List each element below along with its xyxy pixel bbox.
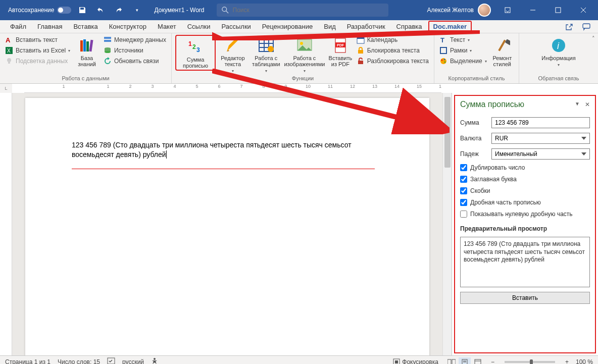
svg-rect-13: [80, 40, 83, 51]
zoom-slider[interactable]: [505, 361, 555, 363]
svg-point-0: [222, 7, 226, 12]
lock-text-button[interactable]: Блокировка текста: [356, 46, 430, 55]
corp-highlight-button[interactable]: Выделение ▾: [438, 57, 488, 66]
annotation-underline: [72, 169, 375, 169]
insert-button[interactable]: Вставить: [460, 292, 590, 304]
view-print[interactable]: [459, 357, 471, 365]
ribbon-options-button[interactable]: [496, 0, 519, 20]
status-page[interactable]: Страница 1 из 1: [5, 358, 51, 365]
search-box[interactable]: [217, 4, 388, 17]
chk-capital[interactable]: Заглавная буква: [460, 176, 590, 183]
svg-point-44: [444, 59, 445, 61]
sum-words-button[interactable]: 123 Сумма прописью: [177, 37, 214, 69]
status-lang[interactable]: русский: [122, 358, 144, 365]
scrollbar-vertical[interactable]: [442, 93, 452, 355]
insert-excel-button[interactable]: XВставить из Excel ▾: [4, 46, 71, 55]
redo-button[interactable]: [112, 3, 126, 17]
page[interactable]: 123 456 789 (Сто двадцать три миллиона ч…: [25, 98, 429, 355]
panel-menu-button[interactable]: ▼: [575, 101, 580, 108]
spellcheck-icon[interactable]: [107, 357, 115, 364]
svg-rect-39: [358, 61, 363, 64]
comments-button[interactable]: [580, 22, 593, 32]
tab-mailings[interactable]: Рассылки: [216, 21, 256, 32]
svg-text:T: T: [440, 36, 444, 44]
highlight-data-button[interactable]: Подсветка данных: [4, 57, 71, 66]
images-button[interactable]: Работа с изображениями▾: [284, 35, 325, 73]
ruler-horizontal[interactable]: 11234567891011121314151617: [24, 84, 441, 93]
unlock-text-button[interactable]: Разблокировка текста: [356, 57, 430, 66]
accessibility-icon[interactable]: [151, 357, 158, 364]
share-button[interactable]: [563, 22, 576, 32]
group-label-feedback: Обратная связь: [523, 75, 594, 82]
text-editor-button[interactable]: Редактор текста▾: [217, 35, 248, 73]
refresh-links-button[interactable]: Обновить связи: [103, 57, 167, 66]
info-icon: i: [551, 37, 567, 54]
view-read[interactable]: [445, 357, 458, 365]
minimize-button[interactable]: [521, 0, 544, 20]
svg-text:X: X: [7, 48, 11, 54]
info-button[interactable]: i Информация▾: [540, 35, 577, 67]
chk-fraction[interactable]: Дробная часть прописью: [460, 199, 590, 206]
autosave-toggle[interactable]: Автосохранение: [8, 7, 71, 14]
text-style-icon: T: [439, 36, 447, 44]
chk-brackets[interactable]: Скобки: [460, 187, 590, 194]
case-select[interactable]: Именительный: [491, 148, 590, 160]
qat-dropdown[interactable]: ▾: [130, 3, 144, 17]
zoom-value[interactable]: 100 %: [576, 358, 593, 365]
tab-design[interactable]: Конструктор: [104, 21, 152, 32]
tab-references[interactable]: Ссылки: [182, 21, 216, 32]
tab-docmaker[interactable]: Doc.maker: [428, 21, 472, 32]
ribbon-tabs: Файл Главная Вставка Конструктор Макет С…: [0, 20, 598, 33]
calendar-button[interactable]: Календарь: [356, 35, 430, 44]
zoom-in-button[interactable]: +: [565, 358, 569, 365]
knowledge-base-button[interactable]: База знаний: [73, 35, 101, 67]
numbers-icon: 123: [187, 39, 204, 55]
tab-insert[interactable]: Вставка: [68, 21, 103, 32]
currency-select[interactable]: RUR: [491, 133, 590, 144]
tab-review[interactable]: Рецензирование: [257, 21, 318, 32]
status-words[interactable]: Число слов: 15: [58, 358, 100, 365]
tab-developer[interactable]: Разработчик: [342, 21, 390, 32]
panel-close-button[interactable]: ✕: [585, 101, 590, 108]
view-web[interactable]: [472, 357, 484, 365]
tab-layout[interactable]: Макет: [153, 21, 181, 32]
tables-button[interactable]: Работа с таблицами▾: [251, 35, 282, 73]
svg-text:A: A: [6, 36, 11, 44]
sources-button[interactable]: Источники: [103, 46, 167, 55]
chk-show-zero[interactable]: Показывать нулевую дробную часть: [460, 211, 590, 218]
repair-styles-button[interactable]: Ремонт стилей: [490, 35, 515, 67]
data-manager-button[interactable]: Менеджер данных: [103, 35, 167, 44]
insert-text-button[interactable]: AВставить текст: [4, 35, 71, 44]
close-button[interactable]: [572, 0, 595, 20]
document-text[interactable]: 123 456 789 (Сто двадцать три миллиона ч…: [72, 140, 383, 160]
corp-text-button[interactable]: TТекст ▾: [438, 35, 488, 44]
corp-frames-button[interactable]: Рамки ▾: [438, 46, 488, 55]
search-input[interactable]: [233, 7, 383, 14]
user-account[interactable]: Алексей Желтов: [427, 4, 491, 17]
sum-input[interactable]: [491, 117, 590, 128]
chk-duplicate[interactable]: Дублировать число: [460, 164, 590, 171]
tab-home[interactable]: Главная: [32, 21, 67, 32]
calendar-icon: [357, 36, 365, 44]
refresh-icon: [104, 57, 112, 65]
tab-file[interactable]: Файл: [5, 21, 31, 32]
scroll-thumb[interactable]: [444, 97, 451, 168]
user-name: Алексей Желтов: [427, 7, 474, 14]
tab-view[interactable]: Вид: [319, 21, 341, 32]
tab-help[interactable]: Справка: [391, 21, 427, 32]
undo-button[interactable]: [93, 3, 108, 17]
pdf-button[interactable]: PDF Вставить из PDF: [327, 35, 354, 67]
collapse-ribbon-button[interactable]: ˄: [592, 35, 595, 42]
table-icon: [258, 37, 274, 54]
unlock-icon: [357, 57, 365, 65]
svg-rect-55: [452, 359, 456, 365]
case-label: Падеж: [460, 150, 487, 158]
hammer-icon: [494, 37, 510, 54]
zoom-out-button[interactable]: −: [491, 358, 494, 365]
focus-icon[interactable]: Фокусировка: [393, 358, 438, 365]
save-button[interactable]: [75, 3, 89, 17]
svg-rect-14: [83, 39, 86, 51]
ruler-vertical[interactable]: [0, 93, 12, 355]
maximize-button[interactable]: [546, 0, 570, 20]
document-viewport[interactable]: 123 456 789 (Сто двадцать три миллиона ч…: [12, 93, 442, 355]
